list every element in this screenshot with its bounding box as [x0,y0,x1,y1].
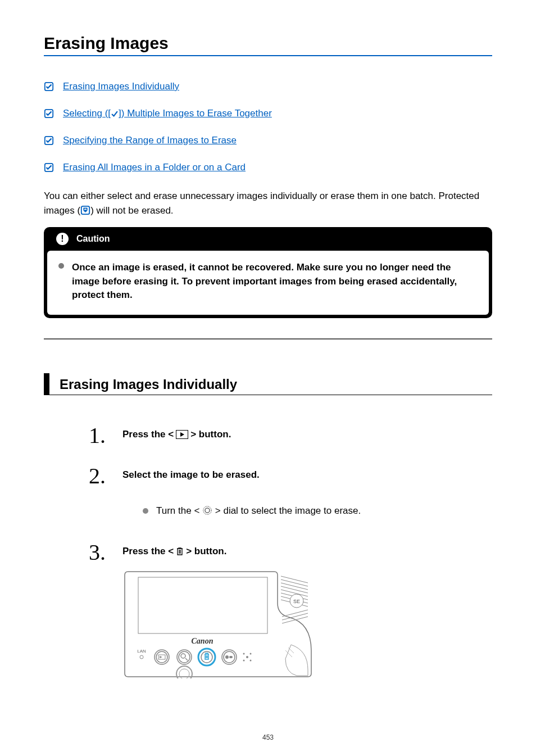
svg-point-36 [250,653,252,654]
checkmark-icon [111,110,119,118]
step-post: > button. [186,546,226,557]
svg-point-38 [250,659,252,661]
link-icon [44,108,54,119]
caution-box: ! Caution Once an image is erased, it ca… [44,227,492,318]
step-post: > button. [190,429,231,440]
protect-icon [80,205,90,215]
section-separator [44,338,492,339]
step-2-sub: Turn the < > dial to select the image to… [143,505,492,517]
svg-rect-33 [229,656,233,658]
svg-line-9 [281,580,308,586]
svg-line-16 [282,610,308,617]
step-pre: Press the < [122,546,174,557]
link-icon [44,135,54,146]
step-item: Press the < > button. [89,429,492,440]
step-1-title: Press the < > button. [122,429,492,440]
lan-label: LAN [137,649,146,654]
camera-figure: SE Canon LAN [122,566,492,678]
toc-item: Specifying the Range of Images to Erase [44,135,492,146]
caution-heading: Caution [76,234,110,244]
caution-icon: ! [56,233,69,245]
caution-text: Once an image is erased, it cannot be re… [72,262,457,300]
toc-item: Erasing All Images in a Folder or on a C… [44,162,492,173]
toc-link-erase-all-folder[interactable]: Erasing All Images in a Folder or on a C… [63,162,246,173]
toc-item: Erasing Images Individually [44,81,492,92]
trash-icon [176,547,184,556]
svg-point-34 [246,656,248,658]
toc-link-erase-individually[interactable]: Erasing Images Individually [63,81,179,92]
svg-point-32 [225,655,229,659]
steps-list: Press the < > button. Select the image t… [89,429,492,678]
page-title: Erasing Images [44,34,492,56]
quick-dial-icon [202,505,212,515]
svg-point-35 [243,653,245,654]
svg-line-11 [281,586,308,593]
svg-point-37 [243,659,245,661]
toc-link-post: ]) Multiple Images to Erase Together [119,108,272,119]
camera-diagram: SE Canon LAN [122,566,314,678]
bullet-icon [143,508,148,514]
step-item: Press the < > button. [89,546,492,678]
playback-button-icon [176,430,188,439]
link-icon [44,162,54,173]
step-item: Select the image to be erased. Turn the … [89,469,492,517]
step-2-title: Select the image to be erased. [122,469,492,481]
toc-link-select-multiple[interactable]: Selecting ([]) Multiple Images to Erase … [63,108,272,119]
sub-post: > dial to select the image to erase. [212,505,361,516]
bullet-icon [58,263,64,269]
svg-rect-7 [138,577,267,633]
toc-item: Selecting ([]) Multiple Images to Erase … [44,108,492,119]
step-pre: Press the < [122,429,174,440]
set-label: SE [293,599,300,604]
sub-pre: Turn the < [156,505,202,516]
link-icon [44,82,54,92]
svg-point-5 [203,506,211,514]
toc-link-pre: Selecting ([ [63,108,111,119]
caution-header: ! Caution [44,227,492,251]
page-number: 453 [0,734,536,741]
toc-link-specify-range[interactable]: Specifying the Range of Images to Erase [63,135,237,146]
intro-text: You can either select and erase unnecess… [44,189,492,218]
brand-logo: Canon [192,637,214,645]
svg-line-10 [281,583,308,590]
svg-point-6 [205,508,210,513]
toc-list: Erasing Images Individually Selecting ([… [44,81,492,173]
svg-line-8 [281,576,308,583]
caution-body: Once an image is erased, it cannot be re… [47,251,489,315]
step-3-title: Press the < > button. [122,546,492,557]
section-heading: Erasing Images Individually [44,373,492,395]
intro-post: ) will not be erased. [90,205,173,216]
